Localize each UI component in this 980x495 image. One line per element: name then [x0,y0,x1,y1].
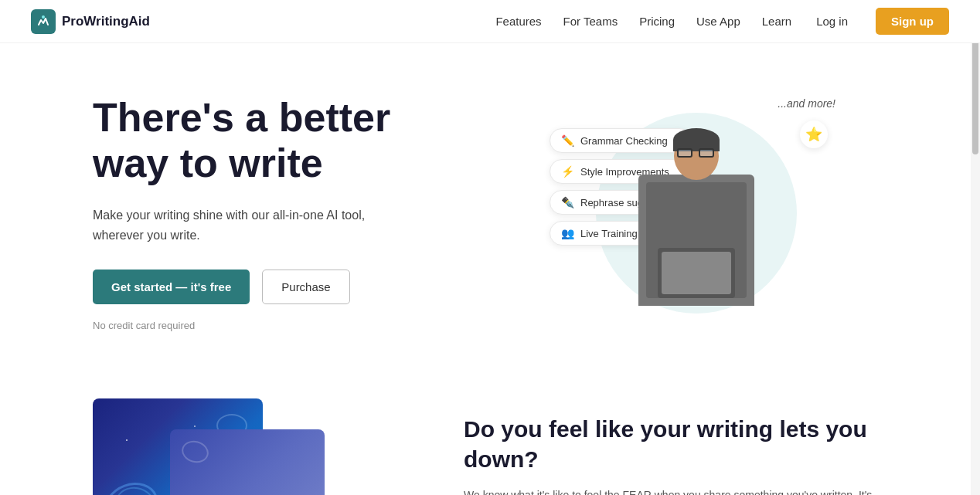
navbar: ProWritingAid Features For Teams Pricing… [0,0,980,43]
nav-links: Features For Teams Pricing Use App Learn… [495,8,949,35]
laptop-screen [662,252,731,294]
logo-text: ProWritingAid [62,14,150,29]
get-started-button[interactable]: Get started — it's free [93,270,250,304]
purchase-button[interactable]: Purchase [262,270,349,304]
pill-grammar: ✏️ Grammar Checking [550,128,692,153]
hero-subtitle: Make your writing shine with our all-in-… [93,205,417,245]
scrollbar-track[interactable] [971,0,980,495]
and-more-text: ...and more! [778,97,835,110]
section2-right: Do you feel like your writing lets you d… [464,398,887,495]
logo-icon [31,9,56,34]
hero-title: There's a better way to write [93,95,475,188]
logo-link[interactable]: ProWritingAid [31,9,150,34]
login-link[interactable]: Log in [816,15,848,28]
pill-training-icon: 👥 [561,227,574,239]
nav-use-app[interactable]: Use App [696,15,740,28]
hero-illustration: ⭐ ...and more! ✏️ Grammar Checking ⚡ Sty… [550,90,843,337]
overlay-swirl2 [179,438,211,466]
signup-button[interactable]: Sign up [876,8,949,35]
section2-text: We know what it's like to feel the FEAR … [464,487,887,495]
laptop [658,248,735,298]
person-glasses [677,147,716,158]
nav-features[interactable]: Features [495,15,541,28]
artwork-overlay [170,429,325,495]
nav-pricing[interactable]: Pricing [639,15,675,28]
pill-style-icon: ⚡ [561,165,574,178]
pill-rephrase-icon: ✒️ [561,196,574,209]
section2-title: Do you feel like your writing lets you d… [464,414,887,474]
star-badge: ⭐ [800,120,828,148]
nav-for-teams[interactable]: For Teams [563,15,618,28]
nav-learn[interactable]: Learn [762,15,791,28]
hero-buttons: Get started — it's free Purchase [93,270,475,304]
hero-left: There's a better way to write Make your … [93,95,475,332]
svg-point-0 [42,15,45,19]
section2-artwork: My idea in my head [93,398,417,495]
hero-note: No credit card required [93,320,475,331]
pill-grammar-icon: ✏️ [561,134,574,147]
artwork-container: My idea in my head [93,398,356,495]
section2: My idea in my head Do you feel like your… [0,368,980,495]
hero-right: ⭐ ...and more! ✏️ Grammar Checking ⚡ Sty… [505,90,887,337]
hero-section: There's a better way to write Make your … [0,43,980,368]
